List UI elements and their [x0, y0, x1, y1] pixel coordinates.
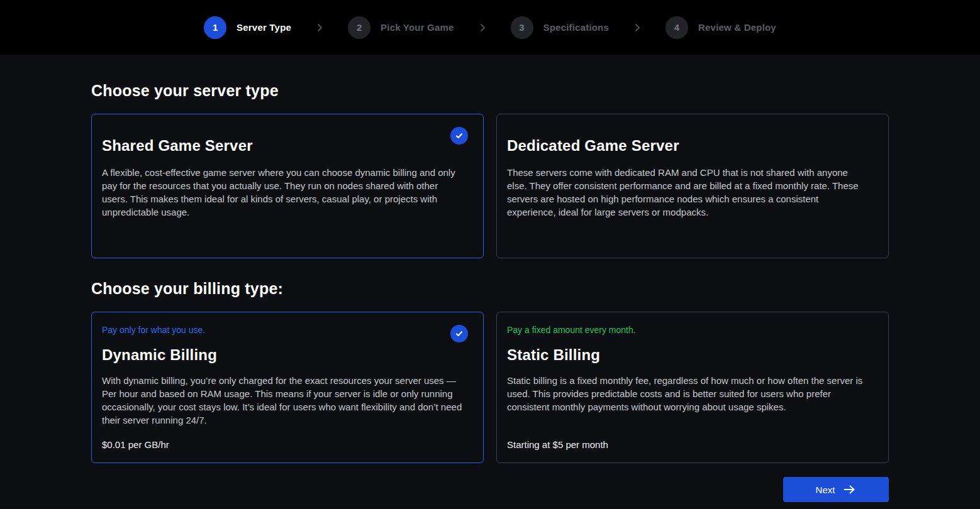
card-description: With dynamic billing, you’re only charge… — [102, 374, 473, 427]
arrow-right-icon — [844, 485, 856, 494]
card-description: These servers come with dedicated RAM an… — [507, 166, 878, 219]
billing-price: Starting at $5 per month — [507, 427, 878, 450]
step-1-number: 1 — [213, 22, 218, 33]
billing-tagline: Pay a fixed amount every month. — [507, 325, 878, 335]
billing-type-cards: Pay only for what you use. Dynamic Billi… — [91, 312, 889, 463]
step-2-number: 2 — [357, 22, 362, 33]
billing-type-heading: Choose your billing type: — [91, 280, 889, 298]
step-2-badge: 2 — [348, 16, 370, 39]
selected-check-icon — [450, 127, 468, 145]
step-specifications[interactable]: 3 Specifications — [511, 16, 610, 39]
card-title: Dynamic Billing — [102, 346, 473, 364]
next-button[interactable]: Next — [783, 477, 889, 502]
wizard-stepper: 1 Server Type 2 Pick Your Game 3 Specifi… — [0, 0, 980, 55]
chevron-right-icon — [314, 22, 325, 33]
step-2-label: Pick Your Game — [381, 22, 454, 33]
step-1-badge: 1 — [204, 16, 226, 39]
wizard-content: Choose your server type Shared Game Serv… — [91, 82, 889, 502]
step-3-badge: 3 — [511, 16, 533, 39]
server-type-cards: Shared Game Server A flexible, cost-effe… — [91, 114, 889, 258]
card-static-billing[interactable]: Pay a fixed amount every month. Static B… — [496, 312, 889, 463]
step-3-number: 3 — [519, 22, 524, 33]
wizard-footer: Next — [91, 477, 889, 502]
card-dedicated-game-server[interactable]: Dedicated Game Server These servers come… — [496, 114, 889, 258]
step-4-badge: 4 — [665, 16, 688, 39]
chevron-right-icon — [477, 22, 488, 33]
step-4-label: Review & Deploy — [698, 22, 776, 33]
card-dynamic-billing[interactable]: Pay only for what you use. Dynamic Billi… — [91, 312, 484, 463]
server-type-heading: Choose your server type — [91, 82, 889, 100]
step-1-label: Server Type — [237, 22, 291, 33]
billing-tagline: Pay only for what you use. — [102, 325, 473, 335]
selected-check-icon — [450, 325, 468, 342]
next-button-label: Next — [816, 484, 835, 495]
card-title: Shared Game Server — [102, 137, 473, 155]
card-description: A flexible, cost-effective game server w… — [102, 166, 473, 219]
card-title: Dedicated Game Server — [507, 137, 878, 155]
chevron-right-icon — [632, 22, 643, 33]
step-3-label: Specifications — [543, 22, 610, 33]
step-server-type[interactable]: 1 Server Type — [204, 16, 291, 39]
billing-price: $0.01 per GB/hr — [102, 427, 473, 450]
card-shared-game-server[interactable]: Shared Game Server A flexible, cost-effe… — [91, 114, 484, 258]
step-4-number: 4 — [674, 22, 679, 33]
card-description: Static billing is a fixed monthly fee, r… — [507, 374, 878, 413]
card-title: Static Billing — [507, 346, 878, 364]
step-pick-your-game[interactable]: 2 Pick Your Game — [348, 16, 454, 39]
step-review-deploy[interactable]: 4 Review & Deploy — [665, 16, 776, 39]
